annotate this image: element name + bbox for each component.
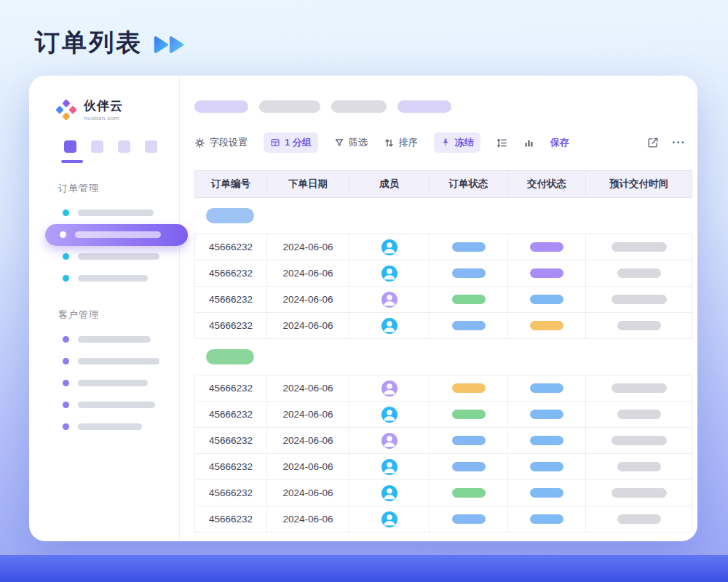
- sidebar-item[interactable]: [63, 202, 179, 224]
- dot-icon: [63, 336, 69, 343]
- member-avatar-icon: [381, 239, 397, 255]
- table-row[interactable]: 456662322024-06-06: [194, 287, 692, 313]
- eta-cell: [586, 287, 692, 312]
- column-header[interactable]: 成员: [349, 171, 430, 197]
- table-row[interactable]: 456662322024-06-06: [194, 480, 692, 506]
- date-cell: 2024-06-06: [267, 402, 349, 427]
- delivery-cell: [508, 506, 586, 532]
- status-cell: [430, 506, 508, 532]
- sidebar: 伙伴云 huoban.com 订单管理客户管理: [29, 76, 180, 541]
- filter-button[interactable]: 筛选: [334, 136, 368, 149]
- table-row[interactable]: 456662322024-06-06: [194, 260, 692, 287]
- table-row[interactable]: 456662322024-06-06: [194, 313, 692, 339]
- placeholder-bar: [78, 380, 148, 386]
- more-button[interactable]: ···: [672, 136, 686, 149]
- column-header[interactable]: 订单状态: [430, 171, 508, 197]
- freeze-chip[interactable]: 冻结: [434, 132, 480, 153]
- member-cell: [349, 428, 430, 453]
- delivery-cell: [508, 454, 586, 479]
- person-icon: [381, 380, 397, 396]
- sidebar-tab[interactable]: [118, 140, 130, 153]
- member-cell: [349, 313, 430, 338]
- order-no-cell: 45666232: [194, 287, 267, 312]
- eta-cell: [586, 260, 692, 286]
- eta-cell: [586, 454, 692, 479]
- person-icon: [381, 433, 397, 449]
- sidebar-tab[interactable]: [64, 140, 76, 153]
- person-icon: [381, 292, 397, 308]
- column-header[interactable]: 交付状态: [508, 171, 586, 197]
- title-arrows-icon: [153, 35, 185, 55]
- table-row[interactable]: 456662322024-06-06: [194, 428, 692, 454]
- filter-label: 筛选: [349, 136, 368, 149]
- page-header: 订单列表: [35, 26, 185, 60]
- delivery-cell: [508, 402, 586, 427]
- group-header-row: [194, 198, 692, 234]
- sidebar-item[interactable]: [63, 394, 179, 416]
- status-pill: [452, 268, 486, 278]
- sort-button[interactable]: 排序: [384, 136, 418, 149]
- group-pill: [206, 208, 254, 223]
- person-icon: [381, 407, 397, 423]
- sidebar-item[interactable]: [63, 329, 179, 351]
- eta-placeholder-pill: [612, 436, 667, 445]
- logo-name: 伙伴云: [84, 97, 123, 114]
- logo[interactable]: 伙伴云 huoban.com: [55, 97, 179, 121]
- column-header[interactable]: 下单日期: [267, 171, 349, 197]
- person-icon: [381, 239, 397, 255]
- save-button[interactable]: 保存: [550, 136, 569, 149]
- date-cell: 2024-06-06: [267, 287, 349, 312]
- dot-icon: [63, 423, 69, 430]
- sidebar-item[interactable]: [63, 268, 179, 290]
- column-header[interactable]: 订单编号: [194, 171, 267, 197]
- date-cell: 2024-06-06: [267, 375, 349, 401]
- status-pill: [452, 383, 486, 393]
- delivery-pill: [530, 462, 563, 471]
- delivery-pill: [530, 436, 563, 445]
- dot-icon: [63, 402, 69, 408]
- dot-icon: [63, 210, 69, 216]
- sidebar-tab[interactable]: [91, 140, 103, 153]
- status-cell: [430, 402, 508, 427]
- eta-cell: [586, 506, 692, 532]
- column-header[interactable]: 预计交付时间: [586, 171, 692, 197]
- person-icon: [381, 318, 397, 334]
- sidebar-tabs: [64, 140, 179, 153]
- date-cell: 2024-06-06: [267, 454, 349, 479]
- group-chip[interactable]: 1 分组: [264, 132, 318, 153]
- delivery-cell: [508, 287, 586, 312]
- table-row[interactable]: 456662322024-06-06: [194, 506, 692, 533]
- sidebar-item[interactable]: [63, 372, 179, 394]
- delivery-pill: [530, 242, 563, 252]
- sidebar-item[interactable]: [63, 246, 179, 268]
- table-row[interactable]: 456662322024-06-06: [194, 375, 692, 402]
- eta-placeholder-pill: [617, 321, 661, 330]
- status-pill: [452, 436, 486, 445]
- group-header-row: [194, 339, 692, 375]
- table-row[interactable]: 456662322024-06-06: [194, 402, 692, 428]
- placeholder-bar: [78, 423, 142, 430]
- export-button[interactable]: [647, 137, 659, 148]
- row-height-button[interactable]: [496, 137, 507, 148]
- dot-icon: [63, 358, 69, 364]
- delivery-cell: [508, 313, 586, 338]
- table-row[interactable]: 456662322024-06-06: [194, 234, 692, 260]
- skeleton-pills: [194, 100, 686, 113]
- date-cell: 2024-06-06: [267, 260, 349, 286]
- field-settings-button[interactable]: 字段设置: [194, 136, 248, 149]
- order-no-cell: 45666232: [194, 454, 267, 479]
- skeleton-pill: [331, 100, 387, 113]
- eta-placeholder-pill: [612, 242, 667, 252]
- chart-view-button[interactable]: [523, 137, 534, 148]
- delivery-cell: [508, 260, 586, 286]
- sidebar-item-active[interactable]: [45, 224, 188, 246]
- delivery-pill: [530, 383, 563, 393]
- eta-cell: [586, 402, 692, 427]
- sidebar-tab[interactable]: [145, 140, 157, 153]
- sidebar-item[interactable]: [63, 351, 179, 372]
- sidebar-item[interactable]: [63, 416, 179, 438]
- status-cell: [430, 313, 508, 338]
- freeze-label: 冻结: [455, 136, 474, 149]
- table-row[interactable]: 456662322024-06-06: [194, 454, 692, 480]
- toolbar: 字段设置 1 分组 筛选 排序: [194, 132, 686, 153]
